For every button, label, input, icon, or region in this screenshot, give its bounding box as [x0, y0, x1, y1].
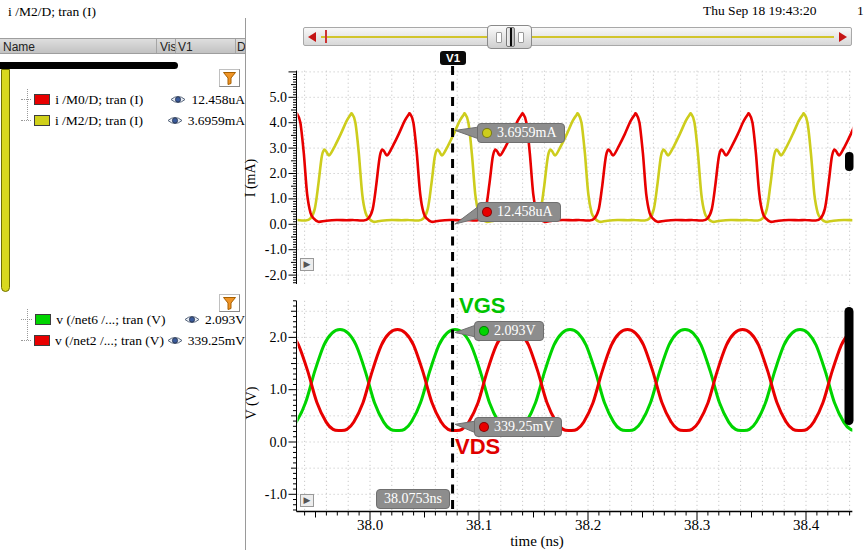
marker-value-label: 12.458uA [497, 204, 553, 220]
y-tick-label: 2.0 [270, 166, 288, 181]
x-tick-label: 38.3 [684, 517, 710, 533]
waveform-plot-svg: 5.04.03.02.01.00.0-1.0-2.02.01.00.0-1.03… [0, 0, 865, 550]
signal-row[interactable]: i /M2/D; tran (I) 3.6959mA [0, 110, 245, 131]
annotation-vds: VDS [455, 434, 500, 460]
y-pan-handle-bottom[interactable] [845, 307, 854, 425]
column-separator [156, 39, 157, 53]
cursor-value: 339.25mV [188, 333, 245, 349]
y-tick-label: 0.0 [270, 217, 288, 232]
signal-group-current: i /M0/D; tran (I) 12.458uA i /M2/D; tran… [0, 89, 245, 131]
trace-color-swatch[interactable] [35, 314, 51, 325]
y-axis-label-voltage: V (V) [244, 378, 260, 428]
signal-name: v (/net2 /...; tran (V) [55, 333, 167, 349]
y-tick-label: 3.0 [270, 141, 288, 156]
time-zoom-scrollbar[interactable] [303, 27, 852, 46]
signal-group-collapsed-bar[interactable] [0, 62, 178, 69]
strip-expand-button[interactable]: ▶ [300, 494, 314, 507]
waveform-trace [267, 113, 865, 222]
trace-color-swatch[interactable] [34, 94, 50, 105]
marker-tail [455, 206, 479, 224]
filter-funnel-icon [223, 72, 236, 85]
waveform-trace [268, 113, 865, 222]
visibility-eye-icon[interactable] [184, 314, 200, 325]
visibility-eye-icon[interactable] [167, 115, 183, 126]
y-tick-label: -1.0 [265, 242, 287, 257]
marker-dot-green [479, 326, 489, 336]
visibility-eye-icon[interactable] [167, 335, 183, 346]
tree-connector [21, 120, 31, 121]
x-tick-label: 38.4 [793, 517, 820, 533]
signal-name: i /M0/D; tran (I) [55, 92, 170, 108]
panel-splitter[interactable] [245, 18, 246, 550]
column-separator [175, 39, 176, 53]
signal-group-voltage: v (/net6 /...; tran (V) 2.093V v (/net2 … [0, 309, 245, 351]
y-tick-label: 4.0 [270, 115, 288, 130]
cursor-value: 12.458uA [191, 92, 245, 108]
column-header-name[interactable]: Name [3, 40, 35, 54]
y-pan-handle-top[interactable] [845, 152, 854, 171]
visibility-eye-icon[interactable] [170, 94, 186, 105]
y-tick-label: 1.0 [270, 382, 288, 397]
marker-tail [455, 127, 479, 139]
tree-connector [21, 340, 31, 341]
scroll-left-arrow-icon[interactable] [308, 32, 316, 42]
scrollbar-range-start-tick [325, 30, 327, 43]
zoom-slider-handle[interactable] [487, 25, 532, 49]
y-tick-label: -2.0 [265, 268, 287, 283]
marker-dot-red [479, 422, 489, 432]
marker-badge-i-m2d[interactable]: 3.6959mA [477, 123, 565, 143]
marker-badge-i-m0d[interactable]: 12.458uA [477, 202, 561, 222]
signal-name: v (/net6 /...; tran (V) [56, 312, 184, 328]
cursor-time-badge[interactable]: 38.0753ns [376, 489, 450, 509]
scrollbar-range-line [321, 36, 834, 38]
y-tick-label: 2.0 [270, 330, 288, 345]
annotation-vgs: VGS [459, 293, 505, 319]
x-tick-label: 38.0 [357, 517, 383, 533]
y-tick-label: 5.0 [270, 90, 288, 105]
waveform-viewer-window: i /M2/D; tran (I) Thu Sep 18 19:43:20 1 … [0, 0, 865, 550]
strip-expand-button[interactable]: ▶ [300, 258, 314, 271]
y-axis-label-current: I (mA) [243, 148, 259, 208]
column-header-v1[interactable]: V1 [178, 40, 193, 54]
marker-dot-red [482, 207, 492, 217]
marker-tail [455, 421, 476, 433]
marker-value-label: 3.6959mA [497, 125, 557, 141]
window-title: i /M2/D; tran (I) [8, 4, 96, 20]
column-header-vis[interactable]: Vis [160, 40, 176, 54]
column-separator [235, 39, 236, 53]
y-tick-label: 0.0 [270, 435, 288, 450]
marker-tail [455, 325, 476, 337]
waveform-trace [269, 330, 865, 431]
cursor-value: 2.093V [205, 312, 245, 328]
cursor-v1-flag[interactable]: V1 [440, 51, 466, 65]
x-tick-label: 38.2 [575, 517, 601, 533]
filter-funnel-icon [223, 297, 236, 310]
signal-table-header: Name Vis V1 D [0, 38, 245, 54]
slider-left-grip[interactable] [496, 32, 502, 43]
cursor-value: 3.6959mA [188, 113, 245, 129]
signal-row[interactable]: v (/net2 /...; tran (V) 339.25mV [0, 330, 245, 351]
cursor-time-label: 38.0753ns [384, 491, 442, 507]
slider-right-grip[interactable] [518, 32, 524, 43]
marker-dot-yellow [482, 128, 492, 138]
filter-button[interactable] [219, 69, 240, 87]
y-tick-label: 1.0 [270, 191, 288, 206]
scroll-right-arrow-icon[interactable] [839, 32, 847, 42]
corner-text-fragment: 1 [857, 3, 864, 19]
trace-color-swatch[interactable] [34, 335, 50, 346]
slider-center-grip[interactable] [506, 27, 515, 47]
trace-color-swatch[interactable] [34, 115, 50, 126]
signal-name: i /M2/D; tran (I) [55, 113, 167, 129]
waveform-trace [266, 330, 865, 431]
marker-badge-vgs[interactable]: 2.093V [474, 321, 544, 341]
timestamp: Thu Sep 18 19:43:20 [703, 3, 817, 19]
tree-connector [21, 319, 32, 320]
signal-row[interactable]: i /M0/D; tran (I) 12.458uA [0, 89, 245, 110]
signal-row[interactable]: v (/net6 /...; tran (V) 2.093V [0, 309, 245, 330]
x-tick-label: 38.1 [466, 517, 492, 533]
marker-value-label: 2.093V [494, 323, 536, 339]
y-tick-label: -1.0 [265, 487, 287, 502]
tree-connector [21, 99, 31, 100]
marker-value-label: 339.25mV [494, 419, 554, 435]
x-axis-label: time (ns) [467, 533, 607, 550]
